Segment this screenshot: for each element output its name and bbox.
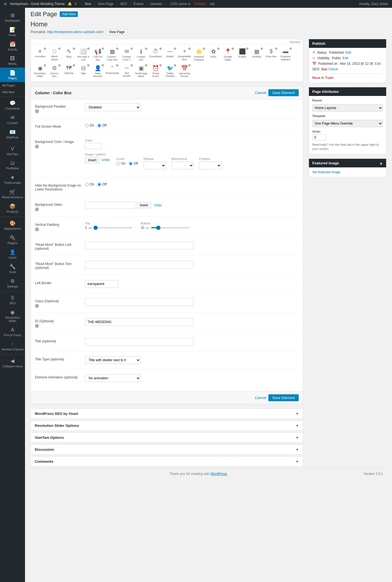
sidebar-item-events[interactable]: 📅 Events	[0, 39, 25, 53]
sidebar-item-plugins[interactable]: 🔌 Plugins	[0, 232, 25, 247]
bg-color-info-icon[interactable]: i	[35, 145, 39, 148]
insert-image-button[interactable]: Insert	[85, 157, 99, 163]
class-input[interactable]	[85, 298, 193, 306]
attachment-select[interactable]	[171, 162, 194, 169]
animation-select[interactable]: No animation Fade in Slide in left Slide…	[85, 374, 141, 382]
visibility-edit-link[interactable]: Edit	[343, 56, 348, 60]
add-new-button[interactable]: Add New	[60, 11, 78, 17]
sidebar-item-woocommerce[interactable]: 🛒 WooCommerce	[0, 187, 25, 201]
sidebar-item-users[interactable]: 👤 Users	[0, 247, 25, 261]
element-item-google-maps[interactable]: 📍 Google Maps i	[221, 47, 235, 63]
element-item-countdown[interactable]: ⏱ Countdown i	[149, 47, 163, 63]
permalink-url[interactable]: http://honeymoon.demo.vamtam.com/	[47, 30, 103, 34]
hide-bg-on-label[interactable]: On	[85, 182, 94, 186]
element-item-tabs[interactable]: ⊟ Tabs i	[76, 63, 90, 80]
element-item-accordion[interactable]: ≡ Accordion i	[33, 47, 47, 63]
color-swatch[interactable]	[85, 143, 102, 149]
fullscreen-on-radio[interactable]	[85, 124, 89, 127]
sidebar-item-dashboard[interactable]: ⊞ Dashboard	[0, 10, 25, 24]
sidebar-item-add-new[interactable]: Add New	[0, 89, 25, 95]
sidebar-item-collapse[interactable]: ◀ Collapse menu	[0, 356, 25, 370]
site-name[interactable]: Honeymoon - Great Wedding Theme	[10, 2, 64, 6]
element-item-testimonials[interactable]: " Testimonials i	[105, 63, 119, 80]
sidebar-item-tools[interactable]: 🔧 Tools	[0, 261, 25, 276]
sidebar-item-punch-fonts[interactable]: A Punch Fonts	[0, 325, 25, 339]
element-item-timed-event[interactable]: ⏰ Timed Event i	[149, 63, 163, 80]
status-edit-link[interactable]: Edit	[345, 51, 351, 55]
ab-vamtam[interactable]: Vamtam	[150, 2, 162, 6]
element-item-contact-form-7[interactable]: ✉ Contact Form 7 i	[120, 47, 134, 63]
cover-on-radio[interactable]	[116, 162, 120, 165]
sidebar-item-seo[interactable]: S SEO	[0, 293, 25, 307]
element-item-twitter-timeline[interactable]: 🐦 Twitter Timeline i	[163, 63, 177, 80]
class-info-icon[interactable]: i	[35, 304, 39, 308]
undo-video-link[interactable]: Undo	[153, 202, 163, 208]
ab-notif[interactable]: 🔔 0	[68, 2, 78, 6]
ab-seo[interactable]: SEO	[120, 2, 127, 6]
insert-video-button[interactable]: Insert	[137, 202, 151, 208]
element-item-box-with-a-link[interactable]: ⬜ Box with a Link i	[76, 47, 90, 63]
featured-image-collapse-icon[interactable]: ▲	[379, 161, 383, 165]
bg-video-info-icon[interactable]: i	[35, 207, 39, 211]
ab-new[interactable]: New	[84, 2, 91, 6]
element-item-progress-indicator[interactable]: ▬ Progress Indicator i	[279, 47, 293, 63]
sidebar-item-media[interactable]: 🖼 Media	[0, 53, 25, 68]
element-item-portfolio[interactable]: ▦ Portfolio i	[250, 47, 264, 63]
bg-video-input[interactable]	[85, 202, 135, 209]
cover-off-radio[interactable]	[129, 162, 133, 165]
element-item-service-box[interactable]: ⚙ Service Box i	[48, 63, 61, 80]
repeat-select[interactable]	[144, 162, 166, 169]
ab-view-page[interactable]: View Page	[98, 2, 114, 6]
parent-select[interactable]: Home Layouts	[312, 104, 383, 112]
hide-bg-off-radio[interactable]	[98, 183, 101, 186]
top-range-slider[interactable]	[93, 227, 132, 228]
position-select[interactable]	[199, 162, 221, 169]
seo-check-link[interactable]: Check	[328, 67, 338, 71]
fullscreen-off-radio[interactable]	[98, 124, 101, 127]
sidebar-item-products[interactable]: 📦 Products	[0, 201, 25, 216]
element-item-expandable-box[interactable]: + Expandable Box i	[178, 47, 191, 63]
bg-parallax-select[interactable]: Disabled Enabled	[85, 103, 141, 111]
element-item-blank-space[interactable]: □ Blank Space i	[48, 47, 61, 63]
left-border-input[interactable]	[85, 280, 118, 288]
element-item-upcoming-events[interactable]: 📅 Upcoming Events i	[178, 63, 191, 80]
sidebar-item-mailpoet[interactable]: 📧 MailPoet	[0, 127, 25, 141]
sidebar-item-contact[interactable]: ✉ Contact	[0, 112, 25, 127]
sidebar-item-revolution-slider[interactable]: ◉ Revolution Slider	[0, 307, 25, 325]
element-item-column---color-box[interactable]: ▦ Column - Color Box i	[105, 47, 119, 63]
hide-bg-on-radio[interactable]	[85, 183, 89, 186]
element-item-featured-products[interactable]: ⭐ Featured Products i	[192, 47, 206, 63]
cancel-link-bottom[interactable]: Cancel	[255, 396, 266, 400]
collapse-header[interactable]: VamTam Options ▼	[31, 433, 303, 442]
sidebar-item-vamtam-exports[interactable]: ↑ Vamtam Exports	[0, 339, 25, 353]
cover-off-label[interactable]: Off	[129, 162, 138, 165]
element-item-iframe[interactable]: ⬛ iFrame i	[235, 47, 249, 63]
collapse-header[interactable]: Comments ▼	[31, 457, 303, 466]
collapse-header[interactable]: WordPress SEO by Yoast ▼	[31, 409, 303, 418]
element-item-sitemap[interactable]: 🗺 Sitemap i	[62, 63, 76, 80]
element-item-flickr[interactable]: ✿ Flickr i	[206, 47, 220, 63]
save-element-button-bottom[interactable]: Save Element	[268, 394, 299, 401]
element-item-revolution-slider[interactable]: ◉ Revolution Slider i	[33, 63, 47, 80]
sidebar-item-vamtam[interactable]: V VamTam	[0, 144, 25, 158]
fullscreen-off-label[interactable]: Off	[98, 123, 107, 127]
fullscreen-on-label[interactable]: On	[85, 123, 94, 127]
cancel-link[interactable]: Cancel	[255, 91, 266, 95]
element-item-team-member[interactable]: 👤 Team Member i	[91, 63, 105, 80]
move-to-trash-link[interactable]: Move to Trash	[312, 76, 383, 80]
view-page-button[interactable]: View Page	[106, 29, 127, 35]
sidebar-item-comments[interactable]: 💬 Comments	[0, 98, 25, 112]
order-input[interactable]	[312, 134, 326, 140]
sidebar-item-portfolios[interactable]: 🗂 Portfolios	[0, 158, 25, 172]
wordpress-link[interactable]: WordPress	[211, 472, 227, 476]
sidebar-item-all-pages[interactable]: All Pages	[0, 82, 25, 89]
element-item-call-out-box[interactable]: 📢 Call Out Box i	[91, 47, 105, 63]
title-input[interactable]	[85, 338, 193, 346]
sidebar-item-testimonials[interactable]: ★ Testimonials	[0, 172, 25, 187]
template-select[interactable]: One Page Menu Override	[312, 120, 383, 127]
hide-bg-off-label[interactable]: Off	[98, 182, 107, 186]
read-more-link-input[interactable]	[85, 242, 193, 249]
bottom-range-slider[interactable]	[151, 227, 190, 228]
collapse-header[interactable]: Revolution Slider Options ▼	[31, 421, 303, 430]
id-input[interactable]	[85, 318, 193, 326]
